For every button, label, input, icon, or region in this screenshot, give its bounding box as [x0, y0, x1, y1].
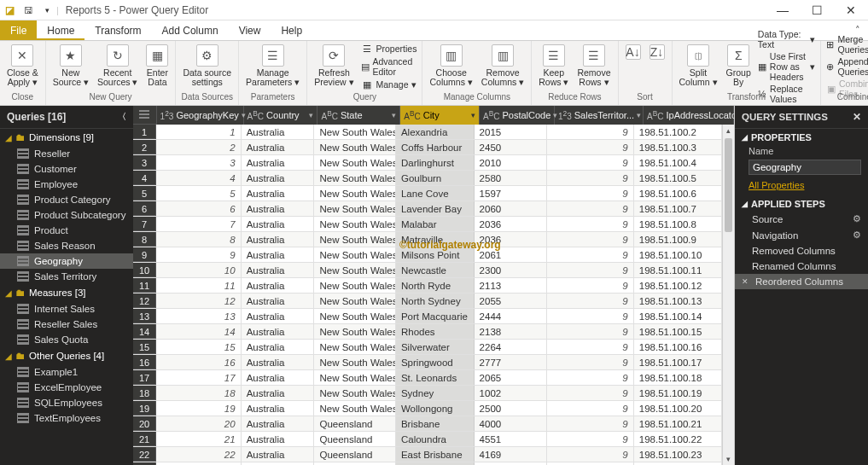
query-item[interactable]: Geography — [0, 253, 133, 269]
row-number[interactable]: 10 — [133, 263, 156, 277]
table-cell[interactable]: 9 — [547, 386, 633, 400]
table-cell[interactable]: 198.51.100.13 — [634, 294, 722, 308]
table-cell[interactable]: Coffs Harbour — [396, 140, 475, 154]
filter-dropdown-icon[interactable]: ▾ — [309, 111, 313, 119]
table-cell[interactable]: Australia — [242, 171, 315, 185]
table-cell[interactable]: 198.51.100.20 — [634, 401, 722, 416]
table-cell[interactable]: 198.51.100.6 — [634, 186, 722, 201]
menu-help[interactable]: Help — [271, 20, 312, 40]
table-cell[interactable]: 7 — [156, 217, 241, 231]
first-row-headers-button[interactable]: ▦Use First Row as Headers ▾ — [758, 51, 816, 82]
table-cell[interactable]: Silverwater — [396, 340, 475, 354]
column-header[interactable]: ABCPostalCode▾ — [480, 106, 555, 125]
table-cell[interactable]: 9 — [156, 247, 241, 262]
table-cell[interactable]: 21 — [156, 432, 241, 446]
table-cell[interactable]: New South Wales — [314, 278, 396, 293]
column-header[interactable]: ABCCity▾ — [400, 106, 480, 125]
table-cell[interactable]: 4169 — [475, 447, 548, 462]
applied-step[interactable]: Reordered Columns — [735, 274, 868, 289]
table-row[interactable]: 1717AustraliaNew South WalesSt. Leonards… — [133, 370, 722, 386]
query-item[interactable]: Product Subcategory — [0, 207, 133, 223]
row-number[interactable]: 6 — [133, 201, 156, 216]
table-cell[interactable]: 2015 — [475, 125, 548, 139]
table-cell[interactable]: 19 — [156, 401, 241, 416]
table-cell[interactable]: 2113 — [475, 278, 548, 293]
query-folder[interactable]: ◢🖿Measures [3] — [0, 284, 133, 301]
table-cell[interactable]: 2055 — [475, 294, 548, 308]
sort-desc-button[interactable]: Z↓ — [648, 43, 667, 63]
table-cell[interactable]: Australia — [242, 186, 315, 201]
table-cell[interactable]: Goulburn — [396, 171, 475, 185]
table-cell[interactable]: Australia — [242, 155, 315, 170]
advanced-editor-button[interactable]: ▤Advanced Editor — [361, 56, 417, 77]
row-number[interactable]: 4 — [133, 171, 156, 185]
table-cell[interactable]: 8 — [156, 232, 241, 247]
query-item[interactable]: Sales Reason — [0, 238, 133, 253]
table-row[interactable]: 44AustraliaNew South WalesGoulburn258091… — [133, 171, 722, 186]
table-cell[interactable]: 2036 — [475, 232, 548, 247]
properties-button[interactable]: ☰Properties — [361, 43, 417, 55]
table-cell[interactable]: 15 — [156, 340, 241, 354]
table-cell[interactable]: 2065 — [475, 370, 548, 385]
table-cell[interactable]: 14 — [156, 324, 241, 339]
table-cell[interactable]: Australia — [242, 140, 315, 154]
query-item[interactable]: Internet Sales — [0, 301, 133, 317]
table-cell[interactable]: Port Macquarie — [396, 309, 475, 323]
collapse-sidebar-button[interactable]: 〈 — [118, 111, 126, 123]
table-cell[interactable]: 4000 — [475, 416, 548, 431]
table-cell[interactable]: New South Wales — [314, 201, 396, 216]
new-source-button[interactable]: ★New Source ▾ — [51, 43, 90, 89]
query-folder[interactable]: ◢🖿Other Queries [4] — [0, 347, 133, 364]
append-queries-button[interactable]: ⊕Append Queries ▾ — [826, 56, 868, 77]
table-cell[interactable]: Rhodes — [396, 324, 475, 339]
query-item[interactable]: ExcelEmployee — [0, 380, 133, 395]
applied-step[interactable]: Removed Columns — [735, 243, 868, 259]
table-cell[interactable]: New South Wales — [314, 247, 396, 262]
table-cell[interactable]: Caloundra — [396, 432, 475, 446]
table-cell[interactable]: East Brisbane — [396, 447, 475, 462]
table-cell[interactable]: 13 — [156, 309, 241, 323]
table-cell[interactable]: 18 — [156, 386, 241, 400]
table-body[interactable]: 11AustraliaNew South WalesAlexandria2015… — [133, 125, 722, 465]
table-cell[interactable]: 9 — [547, 232, 633, 247]
menu-transform[interactable]: Transform — [84, 20, 151, 40]
split-column-button[interactable]: ⎅Split Column ▾ — [678, 43, 719, 89]
table-cell[interactable]: 9 — [547, 125, 633, 139]
table-cell[interactable]: 2264 — [475, 340, 548, 354]
table-cell[interactable]: 9 — [547, 416, 633, 431]
table-row[interactable]: 99AustraliaNew South WalesMilsons Point2… — [133, 247, 722, 263]
table-cell[interactable]: 198.51.100.23 — [634, 447, 722, 462]
table-row[interactable]: 1414AustraliaNew South WalesRhodes213891… — [133, 324, 722, 340]
table-cell[interactable]: New South Wales — [314, 155, 396, 170]
row-number[interactable]: 3 — [133, 155, 156, 170]
row-number[interactable]: 19 — [133, 401, 156, 416]
table-row[interactable]: 1616AustraliaNew South WalesSpringwood27… — [133, 355, 722, 370]
table-cell[interactable]: 198.51.100.3 — [634, 140, 722, 154]
table-cell[interactable]: 198.51.100.10 — [634, 247, 722, 262]
column-header[interactable]: ABCState▾ — [317, 106, 400, 125]
column-header[interactable]: 123SalesTerritor...▾ — [555, 106, 644, 125]
table-cell[interactable]: 198.51.100.21 — [634, 416, 722, 431]
table-cell[interactable]: 9 — [547, 263, 633, 277]
properties-section[interactable]: PROPERTIES — [751, 132, 812, 142]
table-cell[interactable]: Newcastle — [396, 263, 475, 277]
table-cell[interactable]: 2450 — [475, 140, 548, 154]
query-item[interactable]: Employee — [0, 177, 133, 192]
menu-addcolumn[interactable]: Add Column — [152, 20, 229, 40]
close-settings-button[interactable]: ✕ — [853, 111, 861, 123]
row-number[interactable]: 21 — [133, 432, 156, 446]
table-cell[interactable]: 198.51.100.4 — [634, 155, 722, 170]
table-cell[interactable]: Australia — [242, 217, 315, 231]
table-cell[interactable]: Matraville — [396, 232, 475, 247]
table-cell[interactable]: Australia — [242, 201, 315, 216]
table-cell[interactable]: Australia — [242, 278, 315, 293]
row-number[interactable]: 20 — [133, 416, 156, 431]
table-row[interactable]: 2020AustraliaQueenslandBrisbane40009198.… — [133, 416, 722, 432]
manage-parameters-button[interactable]: ☰Manage Parameters ▾ — [244, 43, 301, 89]
table-row[interactable]: 1313AustraliaNew South WalesPort Macquar… — [133, 309, 722, 324]
table-cell[interactable]: Australia — [242, 370, 315, 385]
table-cell[interactable]: 9 — [547, 247, 633, 262]
table-cell[interactable]: 2500 — [475, 401, 548, 416]
row-number[interactable]: 13 — [133, 309, 156, 323]
table-cell[interactable]: 4551 — [475, 432, 548, 446]
